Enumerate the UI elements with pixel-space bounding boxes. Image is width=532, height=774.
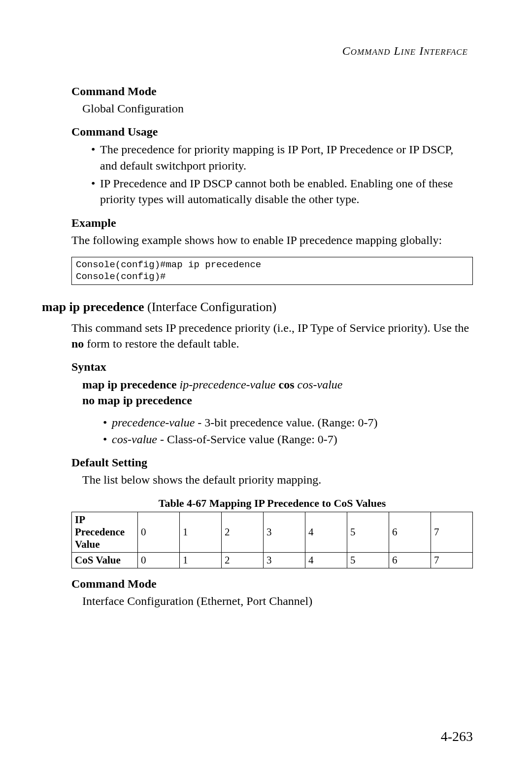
table-cell: 4 xyxy=(305,512,347,552)
example-heading: Example xyxy=(71,216,473,230)
default-setting-text: The list below shows the default priorit… xyxy=(82,472,473,488)
table-cell: 0 xyxy=(138,512,180,552)
command-mode-text: Global Configuration xyxy=(82,101,473,116)
table-cell: 7 xyxy=(431,512,473,552)
table-cell: 2 xyxy=(222,512,264,552)
table-cell: 7 xyxy=(431,552,473,568)
table-cell: 0 xyxy=(138,552,180,568)
command-mode2-text: Interface Configuration (Ethernet, Port … xyxy=(82,594,473,609)
section-description: This command sets IP precedence priority… xyxy=(71,320,473,351)
usage-bullet: The precedence for priority mapping is I… xyxy=(91,141,473,174)
page-number: 4-263 xyxy=(441,729,473,744)
default-setting-heading: Default Setting xyxy=(71,456,473,469)
table-header: IP Precedence Value xyxy=(72,512,138,552)
param-rest: - Class-of-Service value (Range: 0-7) xyxy=(157,433,337,446)
syntax-heading: Syntax xyxy=(71,360,473,374)
table-cell: 1 xyxy=(180,552,222,568)
section-content: This command sets IP precedence priority… xyxy=(71,320,473,608)
desc-part1: This command sets IP precedence priority… xyxy=(71,321,469,334)
table-row: CoS Value 0 1 2 3 4 5 6 7 xyxy=(72,552,473,568)
table-header: CoS Value xyxy=(72,552,138,568)
desc-bold: no xyxy=(71,337,84,350)
table-cell: 3 xyxy=(264,552,305,568)
table-cell: 5 xyxy=(347,512,389,552)
table-caption: Table 4-67 Mapping IP Precedence to CoS … xyxy=(71,497,473,510)
command-mode-heading: Command Mode xyxy=(71,85,473,98)
syntax-lines: map ip precedence ip-precedence-value co… xyxy=(82,377,473,409)
syntax-params: precedence-value - 3-bit precedence valu… xyxy=(103,415,473,448)
usage-bullets: The precedence for priority mapping is I… xyxy=(91,141,473,208)
table-cell: 3 xyxy=(264,512,305,552)
content: Command Mode Global Configuration Comman… xyxy=(71,85,473,285)
table-cell: 4 xyxy=(305,552,347,568)
syntax-param: cos-value - Class-of-Service value (Rang… xyxy=(103,431,473,447)
table-row: IP Precedence Value 0 1 2 3 4 5 6 7 xyxy=(72,512,473,552)
section-title-rest: (Interface Configuration) xyxy=(144,300,277,314)
example-intro: The following example shows how to enabl… xyxy=(71,233,473,248)
section-title: map ip precedence (Interface Configurati… xyxy=(42,300,473,315)
syntax-line1-b1: map ip precedence xyxy=(82,378,177,391)
syntax-line1-b2: cos xyxy=(279,378,295,391)
page: Command Line Interface Command Mode Glob… xyxy=(0,0,532,774)
example-code: Console(config)#map ip precedence Consol… xyxy=(71,257,473,285)
table-cell: 6 xyxy=(389,512,431,552)
syntax-line1-i2: cos-value xyxy=(295,378,343,391)
mapping-table: IP Precedence Value 0 1 2 3 4 5 6 7 CoS … xyxy=(71,512,473,568)
table-cell: 6 xyxy=(389,552,431,568)
syntax-param: precedence-value - 3-bit precedence valu… xyxy=(103,415,473,430)
syntax-line1-i1: ip-precedence-value xyxy=(177,378,279,391)
param-ital: cos-value xyxy=(112,433,157,446)
usage-bullet: IP Precedence and IP DSCP cannot both be… xyxy=(91,176,473,208)
section-title-bold: map ip precedence xyxy=(42,300,144,314)
param-ital: precedence-value xyxy=(112,416,195,429)
command-usage-heading: Command Usage xyxy=(71,125,473,139)
table-cell: 5 xyxy=(347,552,389,568)
command-mode2-heading: Command Mode xyxy=(71,577,473,591)
table-cell: 2 xyxy=(222,552,264,568)
param-rest: - 3-bit precedence value. (Range: 0-7) xyxy=(195,416,377,429)
page-header: Command Line Interface xyxy=(42,44,473,58)
table-cell: 1 xyxy=(180,512,222,552)
desc-part2: form to restore the default table. xyxy=(84,337,239,350)
syntax-line2: no map ip precedence xyxy=(82,394,192,407)
